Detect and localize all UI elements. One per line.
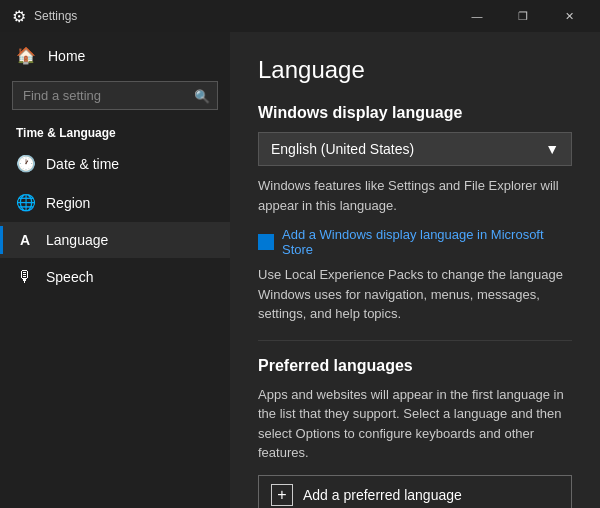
display-language-value: English (United States) xyxy=(271,141,414,157)
preferred-languages-info: Apps and websites will appear in the fir… xyxy=(258,385,572,463)
store-info-text: Use Local Experience Packs to change the… xyxy=(258,265,572,324)
region-icon: 🌐 xyxy=(16,193,34,212)
app-body: 🏠 Home 🔍 Time & Language 🕐 Date & time 🌐… xyxy=(0,32,600,508)
preferred-languages-heading: Preferred languages xyxy=(258,357,572,375)
title-bar-controls: — ❐ ✕ xyxy=(454,0,592,32)
add-language-label: Add a preferred language xyxy=(303,487,462,503)
plus-icon: + xyxy=(271,484,293,506)
minimize-button[interactable]: — xyxy=(454,0,500,32)
date-time-label: Date & time xyxy=(46,156,119,172)
add-language-button[interactable]: + Add a preferred language xyxy=(258,475,572,509)
settings-gear-icon: ⚙ xyxy=(12,7,26,26)
title-bar-title: Settings xyxy=(34,9,77,23)
search-box: 🔍 xyxy=(12,81,218,110)
home-icon: 🏠 xyxy=(16,46,36,65)
maximize-button[interactable]: ❐ xyxy=(500,0,546,32)
display-language-dropdown[interactable]: English (United States) ▼ xyxy=(258,132,572,166)
chevron-down-icon: ▼ xyxy=(545,141,559,157)
divider xyxy=(258,340,572,341)
close-button[interactable]: ✕ xyxy=(546,0,592,32)
sidebar: 🏠 Home 🔍 Time & Language 🕐 Date & time 🌐… xyxy=(0,32,230,508)
title-bar-left: ⚙ Settings xyxy=(12,7,77,26)
sidebar-item-speech[interactable]: 🎙 Speech xyxy=(0,258,230,296)
display-language-heading: Windows display language xyxy=(258,104,572,122)
speech-label: Speech xyxy=(46,269,93,285)
date-time-icon: 🕐 xyxy=(16,154,34,173)
language-icon: A xyxy=(16,232,34,248)
display-language-info: Windows features like Settings and File … xyxy=(258,176,572,215)
title-bar: ⚙ Settings — ❐ ✕ xyxy=(0,0,600,32)
store-icon xyxy=(258,234,274,250)
language-label: Language xyxy=(46,232,108,248)
search-input[interactable] xyxy=(12,81,218,110)
main-panel: Language Windows display language Englis… xyxy=(230,32,600,508)
search-icon: 🔍 xyxy=(194,88,210,103)
sidebar-item-region[interactable]: 🌐 Region xyxy=(0,183,230,222)
sidebar-item-language[interactable]: A Language xyxy=(0,222,230,258)
page-title: Language xyxy=(258,56,572,84)
sidebar-section-label: Time & Language xyxy=(0,116,230,144)
sidebar-item-date-time[interactable]: 🕐 Date & time xyxy=(0,144,230,183)
home-label: Home xyxy=(48,48,85,64)
store-link-row: Add a Windows display language in Micros… xyxy=(258,227,572,257)
store-link[interactable]: Add a Windows display language in Micros… xyxy=(282,227,572,257)
region-label: Region xyxy=(46,195,90,211)
speech-icon: 🎙 xyxy=(16,268,34,286)
sidebar-item-home[interactable]: 🏠 Home xyxy=(0,36,230,75)
